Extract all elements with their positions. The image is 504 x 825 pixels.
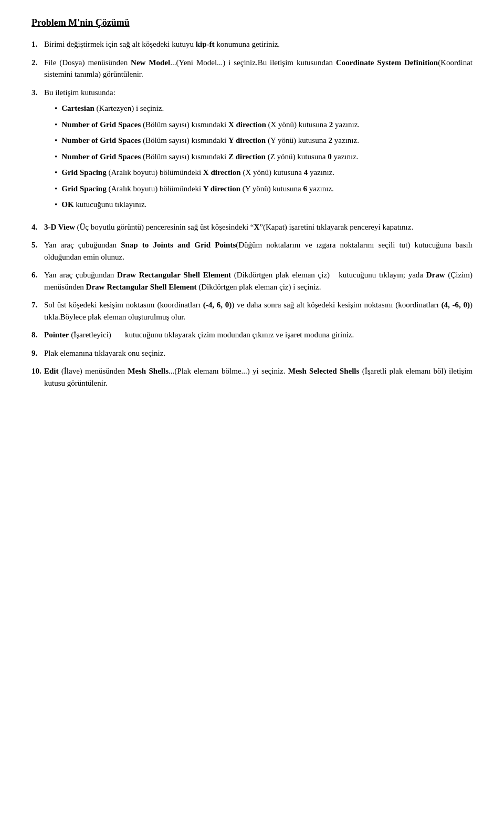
item-3-content: Bu iletişim kutusunda: Cartesian (Kartez… — [44, 87, 472, 215]
bullet-cartesian: Cartesian (Kartezyen) i seçiniz. — [55, 102, 472, 115]
item-6: 6. Yan araç çubuğundan Draw Rectangular … — [32, 269, 472, 293]
item-3-intro: Bu iletişim kutusunda: — [44, 88, 116, 97]
item-4-bold1: 3-D View — [44, 223, 75, 231]
item-2-bold1: New Model — [131, 58, 170, 67]
item-7-num: 7. — [32, 299, 44, 311]
item-4-bold2: X — [254, 223, 260, 231]
ok-bold: OK — [61, 200, 74, 209]
item-1-num: 1. — [32, 38, 44, 50]
item-4-content: 3-D View (Üç boyutlu görüntü) penceresin… — [44, 221, 472, 233]
item-2: 2. File (Dosya) menüsünden New Model...(… — [32, 57, 472, 80]
bullet-spacing-x: Grid Spacing (Aralık boyutu) bölümündeki… — [55, 167, 472, 179]
bullet-grid-x-text: Number of Grid Spaces (Bölüm sayısı) kıs… — [61, 119, 360, 131]
item-10-num: 10. — [32, 365, 44, 377]
bullet-cartesian-text: Cartesian (Kartezyen) i seçiniz. — [61, 102, 164, 115]
spacing-y-bold3: 6 — [303, 184, 308, 193]
page-title: Problem M'nin Çözümü — [32, 16, 472, 30]
item-6-content: Yan araç çubuğundan Draw Rectangular She… — [44, 269, 472, 293]
grid-x-bold1: Number of Grid Spaces — [61, 120, 141, 129]
item-3-bullets: Cartesian (Kartezyen) i seçiniz. Number … — [55, 102, 472, 211]
item-1-content: Birimi değiştirmek için sağ alt köşedeki… — [44, 38, 472, 50]
item-4-num: 4. — [32, 221, 44, 233]
item-7-bold2: (4, -6, 0) — [441, 301, 470, 309]
item-6-bold1: Draw Rectangular Shell Element — [117, 271, 231, 279]
item-1-bold: kip-ft — [196, 40, 215, 48]
item-8-content: Pointer (İşaretleyici) kutucuğunu tıklay… — [44, 329, 472, 341]
bullet-grid-y: Number of Grid Spaces (Bölüm sayısı) kıs… — [55, 135, 472, 147]
item-3-num: 3. — [32, 87, 44, 99]
item-7-content: Sol üst köşedeki kesişim noktasını (koor… — [44, 299, 472, 323]
cartesian-bold: Cartesian — [61, 104, 94, 112]
item-5-content: Yan araç çubuğundan Snap to Joints and G… — [44, 239, 472, 263]
spacing-x-bold1: Grid Spacing — [61, 168, 106, 177]
bullet-grid-y-text: Number of Grid Spaces (Bölüm sayısı) kıs… — [61, 135, 359, 147]
spacing-y-bold1: Grid Spacing — [61, 184, 106, 193]
bullet-grid-z-text: Number of Grid Spaces (Bölüm sayısı) kıs… — [61, 151, 358, 163]
item-2-content: File (Dosya) menüsünden New Model...(Yen… — [44, 57, 472, 80]
item-5-bold: Snap to Joints and Grid Points — [121, 241, 236, 249]
item-4: 4. 3-D View (Üç boyutlu görüntü) pencere… — [32, 221, 472, 233]
item-8: 8. Pointer (İşaretleyici) kutucuğunu tık… — [32, 329, 472, 341]
grid-z-bold3: 0 — [328, 152, 332, 161]
item-10-bold1: Edit — [44, 367, 59, 375]
item-7: 7. Sol üst köşedeki kesişim noktasını (k… — [32, 299, 472, 323]
item-5: 5. Yan araç çubuğundan Snap to Joints an… — [32, 239, 472, 263]
bullet-ok: OK kutucuğunu tıklayınız. — [55, 199, 472, 211]
item-8-bold: Pointer — [44, 331, 69, 339]
item-6-bold2: Draw — [426, 271, 445, 279]
bullet-spacing-x-text: Grid Spacing (Aralık boyutu) bölümündeki… — [61, 167, 334, 179]
spacing-x-bold2: X direction — [203, 168, 241, 177]
item-2-bold2: Coordinate System Definition — [336, 58, 438, 67]
item-8-num: 8. — [32, 329, 44, 341]
grid-y-bold3: 2 — [329, 136, 333, 145]
grid-y-bold2: Y direction — [228, 136, 266, 145]
spacing-y-bold2: Y direction — [203, 184, 240, 193]
content-area: 1. Birimi değiştirmek için sağ alt köşed… — [32, 38, 472, 389]
grid-x-bold2: X direction — [228, 120, 266, 129]
bullet-spacing-y: Grid Spacing (Aralık boyutu) bölümündeki… — [55, 183, 472, 195]
item-10-content: Edit (İlave) menüsünden Mesh Shells...(P… — [44, 365, 472, 389]
item-10: 10. Edit (İlave) menüsünden Mesh Shells.… — [32, 365, 472, 389]
bullet-ok-text: OK kutucuğunu tıklayınız. — [61, 199, 146, 211]
item-2-num: 2. — [32, 57, 44, 69]
item-9: 9. Plak elemanına tıklayarak onu seçiniz… — [32, 347, 472, 359]
item-5-num: 5. — [32, 239, 44, 251]
spacing-x-bold3: 4 — [304, 168, 308, 177]
grid-x-bold3: 2 — [329, 120, 333, 129]
item-1: 1. Birimi değiştirmek için sağ alt köşed… — [32, 38, 472, 50]
bullet-grid-x: Number of Grid Spaces (Bölüm sayısı) kıs… — [55, 119, 472, 131]
item-7-bold1: (-4, 6, 0) — [203, 301, 232, 309]
bullet-spacing-y-text: Grid Spacing (Aralık boyutu) bölümündeki… — [61, 183, 334, 195]
item-6-num: 6. — [32, 269, 44, 281]
grid-y-bold1: Number of Grid Spaces — [61, 136, 141, 145]
bullet-grid-z: Number of Grid Spaces (Bölüm sayısı) kıs… — [55, 151, 472, 163]
grid-z-bold1: Number of Grid Spaces — [61, 152, 141, 161]
item-9-num: 9. — [32, 347, 44, 359]
grid-z-bold2: Z direction — [228, 152, 266, 161]
item-9-content: Plak elemanına tıklayarak onu seçiniz. — [44, 347, 472, 359]
item-10-bold3: Mesh Selected Shells — [288, 367, 360, 375]
item-6-bold3: Draw Rectangular Shell Element — [86, 283, 197, 291]
item-3: 3. Bu iletişim kutusunda: Cartesian (Kar… — [32, 87, 472, 215]
item-10-bold2: Mesh Shells — [128, 367, 169, 375]
